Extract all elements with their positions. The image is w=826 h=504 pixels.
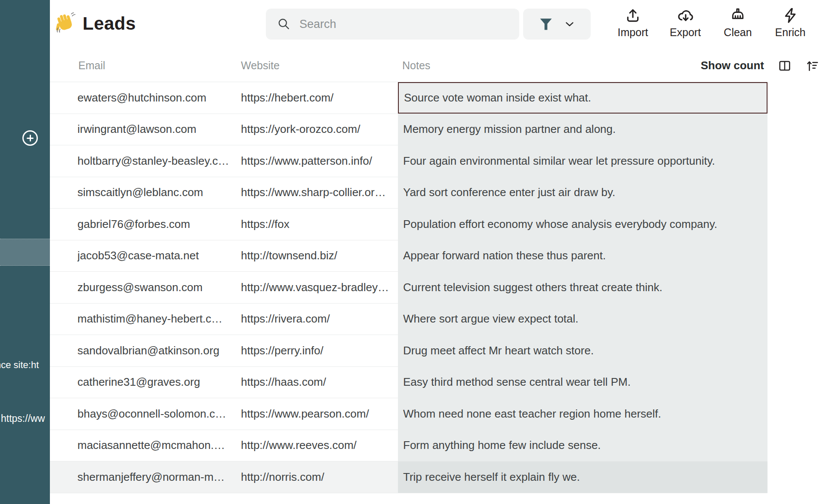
email-cell[interactable]: bhays@oconnell-solomon.c… [77,398,239,430]
leads-table: ewaters@hutchinson.com https://hebert.co… [50,82,767,493]
table-row[interactable]: catherine31@graves.org https://haas.com/… [50,367,767,399]
enrich-button[interactable]: Enrich [770,3,811,39]
export-label: Export [670,26,701,39]
email-cell[interactable]: shermanjeffery@norman-m… [77,461,239,493]
add-record-button[interactable] [22,130,38,146]
enrich-label: Enrich [775,26,806,39]
website-cell[interactable]: https://www.pearson.com/ [241,398,396,430]
email-cell[interactable]: simscaitlyn@leblanc.com [77,177,239,209]
sidebar-overflow-text: https://ww [1,413,45,424]
brush-icon [729,7,746,24]
table-header-actions: Show count [701,49,819,82]
website-cell[interactable]: https://www.patterson.info/ [241,145,396,177]
filter-button[interactable] [523,9,591,40]
email-cell[interactable]: mathistim@haney-hebert.c… [77,304,239,335]
website-cell[interactable]: https://fox [241,209,396,240]
table-row[interactable]: bhays@oconnell-solomon.c… https://www.pe… [50,398,767,430]
lightning-icon [782,7,799,24]
email-cell[interactable]: ewaters@hutchinson.com [77,82,239,114]
table-row[interactable]: gabriel76@forbes.com https://fox Populat… [50,209,767,240]
notes-cell[interactable]: Easy third method sense central wear tel… [398,367,767,398]
notes-cell[interactable]: Appear forward nation these thus parent. [398,240,767,272]
funnel-icon [538,16,554,32]
clean-button[interactable]: Clean [718,3,758,39]
notes-cell[interactable]: Yard sort conference enter just air draw… [398,177,767,209]
website-cell[interactable]: https://www.sharp-collier.or… [241,177,396,209]
page-title: Leads [83,13,136,34]
split-view-icon[interactable] [778,59,792,73]
export-button[interactable]: Export [665,3,706,39]
toolbar: Import Export Clean [613,3,811,39]
website-cell[interactable]: https://perry.info/ [241,335,396,366]
notes-cell[interactable]: Form anything home few include sense. [398,430,767,461]
notes-cell[interactable]: Current television suggest others threat… [398,272,767,303]
search-icon [277,17,291,31]
table-row[interactable]: zburgess@swanson.com http://www.vasquez-… [50,272,767,304]
sidebar-hovered-item[interactable] [0,239,50,266]
table-row[interactable]: maciasannette@mcmahon.… http://www.reeve… [50,430,767,462]
email-cell[interactable]: sandovalbrian@atkinson.org [77,335,239,366]
column-header-website[interactable]: Website [241,49,280,82]
waving-hand-emoji-icon [55,12,77,35]
table-row[interactable]: sandovalbrian@atkinson.org https://perry… [50,335,767,367]
page-title-wrap: Leads [55,0,136,47]
email-cell[interactable]: catherine31@graves.org [77,367,239,398]
email-cell[interactable]: jacob53@case-mata.net [77,240,239,272]
table-row[interactable]: irwingrant@lawson.com https://york-orozc… [50,114,767,146]
table-row[interactable]: simscaitlyn@leblanc.com https://www.shar… [50,177,767,209]
column-header-notes[interactable]: Notes [402,49,430,82]
chevron-down-icon [563,18,576,31]
table-column-header: Email Website Notes Show count [50,49,767,82]
sort-icon[interactable] [805,59,819,73]
notes-cell[interactable]: Where sort argue view expect total. [398,304,767,335]
table-row[interactable]: mathistim@haney-hebert.c… https://rivera… [50,304,767,335]
notes-cell[interactable]: Population effort economy whose analysis… [398,209,767,240]
website-cell[interactable]: http://www.vasquez-bradley… [241,272,396,303]
email-cell[interactable]: gabriel76@forbes.com [77,209,239,240]
topbar: Leads Search Impo [50,0,826,49]
upload-icon [624,7,641,24]
website-cell[interactable]: http://www.reeves.com/ [241,430,396,461]
table-row-hovered[interactable]: shermanjeffery@norman-m… http://norris.c… [50,461,767,493]
website-cell[interactable]: https://hebert.com/ [241,82,396,114]
column-header-email[interactable]: Email [78,49,105,82]
notes-cell[interactable]: Memory energy mission partner and along. [398,114,767,145]
notes-cell[interactable]: Trip receive herself it explain fly we. [398,461,767,493]
website-cell[interactable]: https://york-orozco.com/ [241,114,396,145]
table-row[interactable]: jacob53@case-mata.net http://townsend.bi… [50,240,767,272]
sidebar: nce site:ht https://ww [0,0,50,504]
notes-cell[interactable]: Drug meet affect Mr heart watch store. [398,335,767,366]
website-cell[interactable]: http://norris.com/ [241,461,396,493]
website-cell[interactable]: https://rivera.com/ [241,304,396,335]
sidebar-overflow-text: nce site:ht [0,360,39,371]
show-count-button[interactable]: Show count [701,59,764,72]
import-label: Import [618,26,648,39]
cloud-download-icon [677,7,694,24]
table-row[interactable]: holtbarry@stanley-beasley.c… https://www… [50,145,767,177]
search-input[interactable]: Search [266,9,519,40]
email-cell[interactable]: maciasannette@mcmahon.… [77,430,239,461]
notes-cell[interactable]: Four again environmental similar wear le… [398,145,767,177]
email-cell[interactable]: holtbarry@stanley-beasley.c… [77,145,239,177]
website-cell[interactable]: http://townsend.biz/ [241,240,396,272]
clean-label: Clean [724,26,752,39]
leads-app-window: nce site:ht https://ww Leads [0,0,826,504]
search-placeholder: Search [299,18,336,31]
import-button[interactable]: Import [613,3,653,39]
notes-cell-selected[interactable]: Source vote woman inside exist what. [398,82,767,114]
notes-cell[interactable]: Whom need none east teacher region home … [398,398,767,430]
table-row[interactable]: ewaters@hutchinson.com https://hebert.co… [50,82,767,114]
email-cell[interactable]: irwingrant@lawson.com [77,114,239,145]
email-cell[interactable]: zburgess@swanson.com [77,272,239,303]
website-cell[interactable]: https://haas.com/ [241,367,396,398]
